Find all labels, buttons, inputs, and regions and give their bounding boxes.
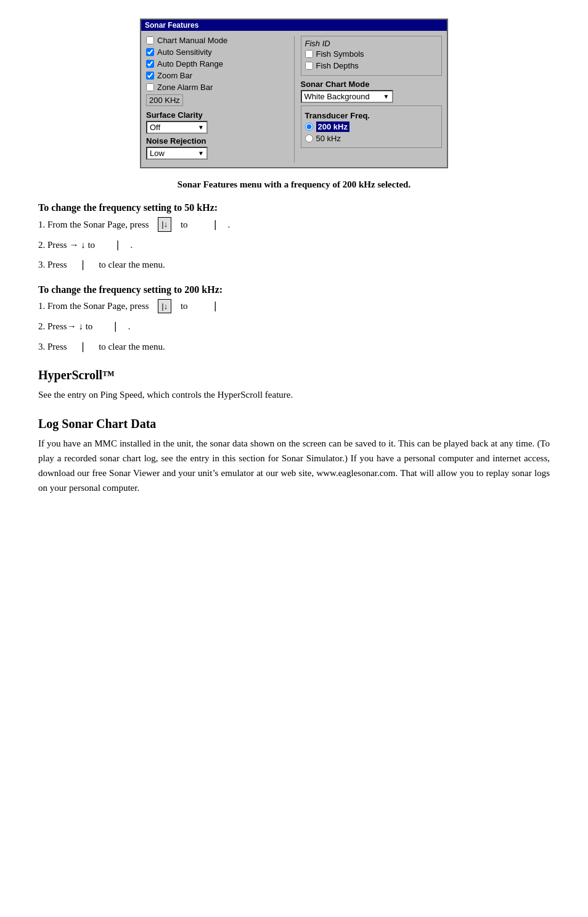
- zoom-bar-checkbox[interactable]: [146, 72, 154, 80]
- zone-alarm-bar-checkbox[interactable]: [146, 83, 154, 91]
- freq50-step1-pre: 1. From the Sonar Page, press: [38, 218, 149, 232]
- freq200-step3-post: to clear the menu.: [99, 340, 165, 354]
- chart-manual-mode-label: Chart Manual Mode: [157, 36, 227, 45]
- surface-clarity-dropdown-row: Off ▼: [146, 121, 288, 134]
- freq50-step3: 3. Press | to clear the menu.: [38, 258, 550, 272]
- dialog-body: Chart Manual Mode Auto Sensitivity Auto …: [141, 31, 447, 167]
- hyperscroll-section: HyperScroll™ See the entry on Ping Speed…: [38, 368, 550, 402]
- freq200-section: To change the frequency setting to 200 k…: [38, 284, 550, 354]
- freq200-step1-pre: 1. From the Sonar Page, press: [38, 299, 149, 313]
- freq-200-row: 200 kHz: [305, 121, 438, 132]
- fish-depths-label: Fish Depths: [316, 61, 359, 70]
- freq50-step3-pipe: |: [80, 258, 86, 272]
- fish-symbols-label: Fish Symbols: [316, 49, 364, 59]
- freq-50-radio[interactable]: [305, 134, 313, 142]
- dialog-box: Sonar Features Chart Manual Mode Auto Se…: [140, 19, 448, 168]
- log-sonar-heading: Log Sonar Chart Data: [38, 417, 550, 431]
- auto-depth-range-label: Auto Depth Range: [157, 59, 223, 68]
- freq-200-label: 200 kHz: [316, 121, 349, 132]
- hyperscroll-body: See the entry on Ping Speed, which contr…: [38, 387, 550, 402]
- dialog-container: Sonar Features Chart Manual Mode Auto Se…: [38, 19, 550, 168]
- freq50-step3-pre: 3. Press: [38, 258, 67, 272]
- hyperscroll-heading: HyperScroll™: [38, 368, 550, 382]
- sonar-chart-dropdown[interactable]: White Background ▼: [301, 90, 393, 103]
- log-sonar-section: Log Sonar Chart Data If you have an MMC …: [38, 417, 550, 495]
- freq50-step1-dot: .: [227, 218, 230, 232]
- sonar-chart-mode-label: Sonar Chart Mode: [301, 80, 443, 89]
- freq50-step2-pre: 2. Press → ↓ to: [38, 238, 95, 252]
- noise-rejection-arrow-icon: ▼: [198, 150, 204, 157]
- noise-rejection-value: Low: [150, 149, 165, 158]
- transducer-freq-label: Transducer Freq.: [305, 111, 438, 120]
- page-content: Sonar Features Chart Manual Mode Auto Se…: [38, 19, 550, 495]
- freq-50-label: 50 kHz: [316, 134, 341, 143]
- freq-200-radio[interactable]: [305, 123, 313, 131]
- auto-sensitivity-row: Auto Sensitivity: [146, 47, 288, 57]
- dialog-title: Sonar Features: [141, 20, 447, 31]
- fish-symbols-checkbox[interactable]: [305, 50, 313, 58]
- freq50-step1-key: |↓: [158, 217, 171, 232]
- freq200-step2-pre: 2. Press→ ↓ to: [38, 319, 92, 334]
- freq50-heading: To change the frequency setting to 50 kH…: [38, 202, 550, 213]
- freq200-step2: 2. Press→ ↓ to | .: [38, 319, 550, 334]
- zone-alarm-bar-row: Zone Alarm Bar: [146, 83, 288, 92]
- auto-sensitivity-label: Auto Sensitivity: [157, 47, 212, 57]
- chart-manual-mode-checkbox[interactable]: [146, 36, 154, 44]
- sonar-chart-arrow-icon: ▼: [383, 93, 390, 100]
- freq50-step2-dot: .: [130, 238, 133, 252]
- auto-sensitivity-checkbox[interactable]: [146, 48, 154, 56]
- fish-id-group: Fish ID Fish Symbols Fish Depths: [301, 36, 443, 76]
- freq50-step1-pipe: |: [213, 218, 218, 232]
- freq200-step3: 3. Press | to clear the menu.: [38, 340, 550, 354]
- freq50-section: To change the frequency setting to 50 kH…: [38, 202, 550, 272]
- fish-symbols-row: Fish Symbols: [305, 49, 438, 59]
- zoom-bar-row: Zoom Bar: [146, 71, 288, 80]
- surface-clarity-label: Surface Clarity: [146, 110, 288, 120]
- caption: Sonar Features menu with a frequency of …: [38, 179, 550, 190]
- fish-depths-checkbox[interactable]: [305, 62, 313, 70]
- transducer-freq-group: Transducer Freq. 200 kHz 50 kHz: [301, 105, 443, 148]
- noise-rejection-label: Noise Rejection: [146, 136, 288, 146]
- freq200-heading: To change the frequency setting to 200 k…: [38, 284, 550, 295]
- freq200-step2-dot: .: [128, 319, 131, 334]
- khz-label: 200 KHz: [146, 94, 183, 106]
- freq200-step1-to: to: [181, 299, 188, 313]
- surface-clarity-value: Off: [150, 123, 160, 132]
- freq50-step1-to: to: [181, 218, 188, 232]
- freq-50-row: 50 kHz: [305, 134, 438, 143]
- zone-alarm-bar-label: Zone Alarm Bar: [157, 83, 213, 92]
- freq200-step1-key: |↓: [158, 299, 171, 314]
- sonar-chart-value: White Background: [304, 92, 370, 101]
- dialog-right: Fish ID Fish Symbols Fish Depths Sonar C…: [294, 36, 443, 162]
- freq50-step3-post: to clear the menu.: [99, 258, 165, 272]
- surface-clarity-arrow-icon: ▼: [198, 124, 204, 131]
- freq50-step2: 2. Press → ↓ to | .: [38, 238, 550, 252]
- freq200-step3-pre: 3. Press: [38, 340, 67, 354]
- surface-clarity-dropdown[interactable]: Off ▼: [146, 121, 208, 134]
- noise-rejection-dropdown[interactable]: Low ▼: [146, 147, 208, 160]
- freq200-step1-pipe: |: [213, 299, 218, 313]
- auto-depth-range-row: Auto Depth Range: [146, 59, 288, 68]
- noise-rejection-dropdown-row: Low ▼: [146, 147, 288, 160]
- freq200-step1: 1. From the Sonar Page, press |↓ to |: [38, 299, 550, 314]
- log-sonar-body: If you have an MMC installed in the unit…: [38, 436, 550, 495]
- zoom-bar-label: Zoom Bar: [157, 71, 192, 80]
- fish-depths-row: Fish Depths: [305, 61, 438, 70]
- auto-depth-range-checkbox[interactable]: [146, 60, 154, 68]
- chart-manual-mode-row: Chart Manual Mode: [146, 36, 288, 45]
- freq200-step2-pipe: |: [113, 319, 118, 334]
- dialog-left: Chart Manual Mode Auto Sensitivity Auto …: [146, 36, 288, 162]
- freq50-step2-pipe: |: [115, 238, 121, 252]
- freq200-step3-pipe: |: [80, 340, 86, 354]
- freq50-step1: 1. From the Sonar Page, press |↓ to | .: [38, 217, 550, 232]
- fish-id-group-label: Fish ID: [305, 39, 438, 48]
